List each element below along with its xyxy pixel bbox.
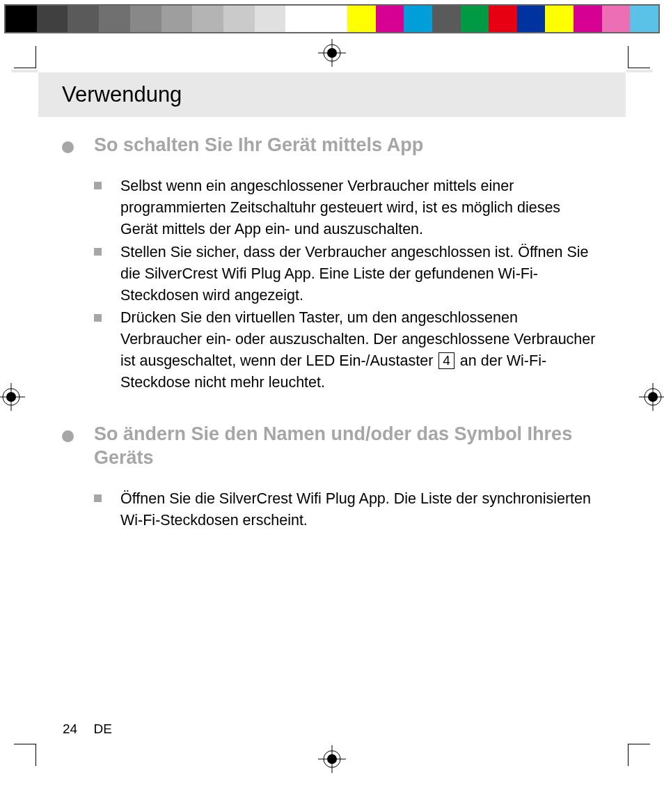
registration-mark-icon xyxy=(318,39,346,67)
bullet-list: Selbst wenn ein angeschlossener Verbrauc… xyxy=(62,175,598,394)
page: Verwendung So schalten Sie Ihr Gerät mit… xyxy=(38,70,626,742)
crop-mark-icon xyxy=(14,46,36,68)
page-language: DE xyxy=(93,721,111,736)
crop-mark-icon xyxy=(628,46,650,68)
color-swatch xyxy=(376,6,404,32)
registration-mark-icon xyxy=(0,383,25,411)
color-swatch xyxy=(161,6,193,32)
color-swatch xyxy=(285,6,317,32)
list-item: Selbst wenn ein angeschlossener Verbrauc… xyxy=(94,175,598,240)
registration-mark-icon xyxy=(639,383,664,411)
color-swatch xyxy=(223,6,255,32)
color-swatch xyxy=(404,6,432,32)
color-swatch xyxy=(68,6,99,32)
trim-guide xyxy=(626,70,653,72)
subsection-heading: So ändern Sie den Namen und/oder das Sym… xyxy=(62,423,598,470)
color-swatch xyxy=(347,6,376,32)
color-swatch xyxy=(489,6,517,32)
list-item: Öffnen Sie die SilverCrest Wifi Plug App… xyxy=(94,488,598,531)
color-swatch xyxy=(192,6,223,32)
trim-guide xyxy=(11,70,38,72)
color-swatch xyxy=(37,6,68,32)
color-swatch xyxy=(130,6,161,32)
page-number: 24 xyxy=(63,721,77,736)
color-swatch xyxy=(255,6,286,32)
color-swatch xyxy=(517,6,546,32)
color-swatch xyxy=(630,6,658,32)
color-swatch xyxy=(574,6,602,32)
print-color-strip xyxy=(4,4,660,33)
color-swatch xyxy=(99,6,130,32)
color-swatch xyxy=(545,6,574,32)
page-footer: 24 DE xyxy=(63,721,112,737)
crop-mark-icon xyxy=(14,744,36,766)
list-item: Drücken Sie den virtuellen Taster, um de… xyxy=(94,307,598,393)
page-title: Verwendung xyxy=(62,82,182,107)
reference-number-box: 4 xyxy=(438,352,454,369)
subsection-heading: So schalten Sie Ihr Gerät mittels App xyxy=(62,134,598,157)
color-swatch xyxy=(602,6,631,32)
color-swatch xyxy=(461,6,489,32)
bullet-list: Öffnen Sie die SilverCrest Wifi Plug App… xyxy=(62,488,598,531)
crop-mark-icon xyxy=(628,744,650,766)
list-item: Stellen Sie sicher, dass der Verbraucher… xyxy=(94,242,598,306)
registration-mark-icon xyxy=(318,745,346,773)
section-header: Verwendung xyxy=(38,72,626,117)
color-swatch xyxy=(6,6,37,32)
color-swatch xyxy=(432,6,461,32)
